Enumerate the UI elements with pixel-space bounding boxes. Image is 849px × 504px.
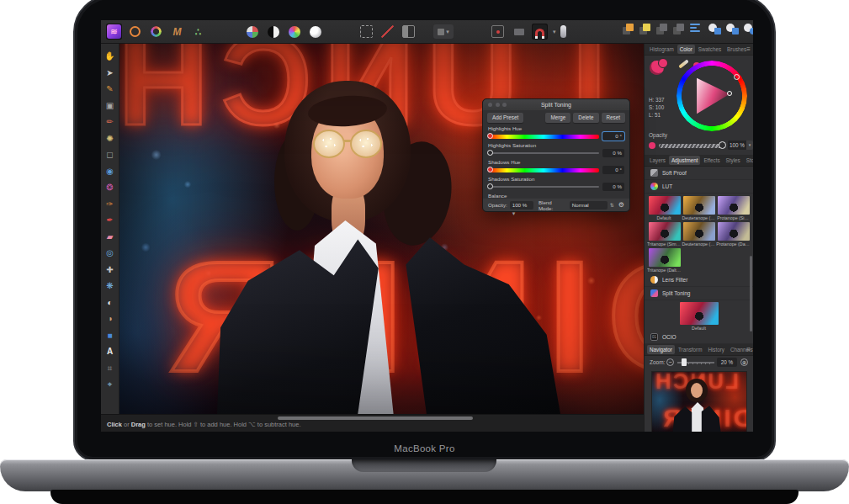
shadows-hue-slider[interactable]	[488, 167, 599, 172]
secondary-colour-swatch[interactable]	[658, 58, 668, 68]
highlights-saturation-slider[interactable]	[488, 151, 599, 156]
mesh-warp-tool[interactable]: ⌗	[104, 363, 116, 374]
deselect-button[interactable]	[379, 24, 395, 40]
split-toning-default-preset[interactable]: Default	[645, 302, 753, 331]
show-selection-button[interactable]	[358, 24, 374, 40]
gear-icon[interactable]: ⚙	[618, 201, 624, 209]
minimize-icon[interactable]	[496, 103, 500, 107]
boolean-add-button[interactable]	[708, 24, 721, 34]
delete-button[interactable]: Delete	[573, 113, 598, 123]
tab-effects[interactable]: Effects	[701, 156, 722, 165]
highlights-saturation-value[interactable]: 0 %	[602, 149, 624, 157]
eraser-tool[interactable]: ▰	[104, 231, 116, 243]
colour-replacement-tool[interactable]: ✒	[104, 215, 116, 226]
auto-white-balance-button[interactable]	[307, 24, 323, 40]
clone-stamp-tool[interactable]: ◎	[104, 247, 116, 259]
panel-menu-icon[interactable]: ≡	[746, 347, 751, 353]
burn-tool[interactable]: ◑	[104, 313, 116, 325]
shadows-hue-value[interactable]: 0 °	[602, 166, 624, 174]
zoom-value[interactable]: 20 %	[717, 358, 737, 367]
pixel-alignment-button[interactable]	[511, 24, 527, 40]
zoom-out-icon[interactable]: −	[666, 358, 674, 366]
lut-preset[interactable]: Default	[647, 196, 682, 220]
window-traffic-lights[interactable]	[488, 103, 507, 107]
move-to-back-button[interactable]	[639, 24, 650, 34]
auto-colours-button[interactable]	[286, 24, 302, 40]
opacity-dropdown[interactable]: 100 % ▾	[510, 201, 533, 210]
export-persona-button[interactable]: ∴	[190, 24, 206, 40]
tab-stock[interactable]: Stock	[744, 156, 753, 165]
horizontal-scrollbar[interactable]	[278, 416, 473, 420]
quick-mask-dropdown[interactable]: ▾	[433, 24, 454, 39]
assistant-button[interactable]	[555, 24, 571, 40]
caret-down-icon[interactable]: ▾	[746, 141, 753, 150]
blend-mode-select[interactable]: Normal	[570, 201, 608, 210]
crop-tool[interactable]: ▣	[104, 100, 116, 112]
dodge-tool[interactable]: ◐	[104, 297, 116, 309]
shape-tool[interactable]: ■	[104, 330, 116, 342]
eyedropper-icon[interactable]	[678, 59, 689, 68]
vertical-scrollbar[interactable]	[750, 256, 752, 332]
split-toning-item[interactable]: Split Toning	[645, 287, 753, 300]
reset-button[interactable]: Reset	[602, 113, 625, 123]
view-tool[interactable]: ✋	[104, 50, 116, 62]
tab-layers[interactable]: Layers	[647, 156, 668, 165]
panel-menu-icon[interactable]: ≡	[746, 46, 751, 53]
lut-preset[interactable]: Deuteranope (…	[682, 222, 716, 247]
dialog-titlebar[interactable]: Split Toning	[483, 99, 629, 110]
move-to-front-button[interactable]	[623, 24, 634, 34]
marquee-tool[interactable]: ◻	[104, 149, 116, 161]
tab-swatches[interactable]: Swatches	[696, 45, 724, 54]
close-icon[interactable]	[488, 103, 492, 107]
photo-persona-button[interactable]: ≋	[106, 24, 122, 40]
snapping-candidates-button[interactable]	[490, 24, 506, 40]
colour-picker-tool[interactable]: ✎	[104, 83, 116, 95]
zoom-tool[interactable]: ⌖	[104, 379, 116, 390]
lut-preset[interactable]: Deuteranope (…	[682, 196, 716, 220]
lut-preset[interactable]: Tritanope (Dalt…	[647, 248, 682, 273]
tab-styles[interactable]: Styles	[724, 156, 743, 165]
zoom-window-icon[interactable]	[502, 103, 507, 107]
auto-levels-button[interactable]	[244, 24, 260, 40]
zoom-fit-icon[interactable]: ⊕	[740, 358, 748, 366]
opacity-slider[interactable]	[659, 144, 723, 148]
invert-selection-button[interactable]	[401, 24, 417, 40]
move-forward-button[interactable]	[656, 24, 667, 34]
alignment-button[interactable]	[690, 24, 700, 32]
flood-select-tool[interactable]: ✺	[104, 133, 116, 145]
tab-navigator[interactable]: Navigator	[647, 345, 675, 354]
tab-brushes[interactable]: Brushes	[724, 45, 749, 54]
opacity-value[interactable]: 100 %	[728, 141, 746, 150]
tab-histogram[interactable]: Histogram	[647, 45, 677, 54]
soft-proof-item[interactable]: Soft Proof	[645, 167, 753, 180]
auto-contrast-button[interactable]	[265, 24, 281, 40]
gradient-tool[interactable]: ❂	[104, 182, 116, 194]
lut-preset[interactable]: Protanope (Da…	[716, 222, 751, 247]
move-tool[interactable]: ➤	[104, 67, 116, 79]
lut-item[interactable]: LUT	[645, 180, 753, 194]
navigator-thumbnail[interactable]: LUNCH DINER	[651, 371, 747, 432]
tab-transform[interactable]: Transform	[676, 345, 704, 354]
blur-tool[interactable]: ❋	[104, 280, 116, 292]
tab-color[interactable]: Color	[677, 45, 695, 54]
stepper-icon[interactable]: ⇅	[610, 202, 614, 208]
zoom-slider-thumb[interactable]	[682, 358, 687, 366]
merge-button[interactable]: Merge	[545, 113, 570, 123]
ocio-item[interactable]: 01 OCIO	[645, 331, 753, 344]
tab-history[interactable]: History	[705, 345, 727, 354]
saturation-selector[interactable]	[727, 91, 732, 96]
hue-selector[interactable]	[734, 74, 740, 80]
healing-brush-tool[interactable]: ✚	[104, 264, 116, 276]
snapping-button[interactable]	[532, 24, 548, 40]
lens-filter-item[interactable]: Lens Filter	[645, 273, 753, 287]
paint-brush-tool[interactable]: ✑	[104, 199, 116, 210]
tone-mapping-persona-button[interactable]: M	[169, 24, 185, 40]
selection-brush-tool[interactable]: ✏	[104, 116, 116, 128]
highlights-hue-slider[interactable]	[488, 134, 599, 139]
slider-thumb[interactable]	[487, 167, 493, 172]
add-preset-button[interactable]: Add Preset	[487, 113, 523, 123]
boolean-divide-button[interactable]	[744, 24, 753, 34]
highlights-hue-value[interactable]: 0 °	[602, 132, 624, 141]
shadows-saturation-value[interactable]: 0 %	[602, 183, 624, 191]
slider-thumb[interactable]	[487, 183, 493, 189]
